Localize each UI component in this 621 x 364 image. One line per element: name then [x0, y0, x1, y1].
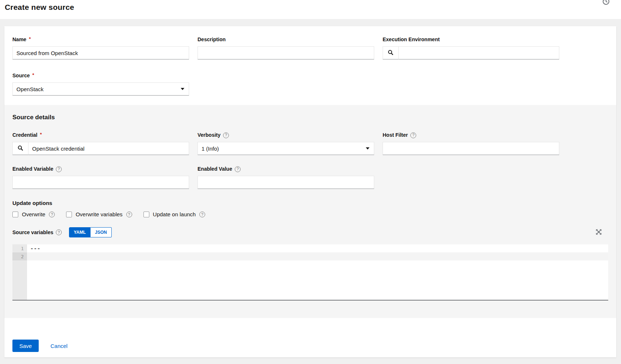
required-asterisk: * [32, 72, 34, 78]
credential-field-group: Credential * [12, 132, 189, 155]
save-button[interactable]: Save [12, 340, 39, 352]
overwrite-checkbox-label: Overwrite [22, 211, 45, 217]
overwrite-checkbox-item: Overwrite ? [12, 211, 55, 217]
history-icon [602, 1, 610, 7]
host-filter-label: Host Filter [383, 132, 408, 138]
editor-line-active: 2 [12, 252, 608, 260]
execution-environment-label: Execution Environment [383, 36, 440, 43]
source-label: Source [12, 73, 30, 79]
enabled-variable-label: Enabled Variable [12, 166, 53, 172]
json-toggle-button[interactable]: JSON [91, 227, 112, 237]
description-label: Description [198, 36, 226, 43]
source-field-group: Source * OpenStack [12, 73, 189, 96]
update-options-label: Update options [12, 200, 608, 206]
search-icon [18, 145, 23, 152]
question-circle-icon[interactable]: ? [49, 212, 55, 217]
verbosity-field-group: Verbosity ? 1 (Info) [198, 132, 374, 155]
yaml-toggle-button[interactable]: YAML [69, 227, 91, 237]
source-variables-editor[interactable]: 1 --- 2 [12, 244, 608, 301]
credential-input[interactable] [28, 142, 189, 155]
cancel-button[interactable]: Cancel [50, 340, 68, 352]
page-title: Create new source [5, 3, 621, 12]
editor-blank-content[interactable] [27, 260, 608, 300]
content-area: Name * Description Execution Environment [0, 19, 621, 364]
editor-empty-area [12, 260, 608, 300]
question-circle-icon[interactable]: ? [199, 212, 205, 217]
name-input[interactable] [12, 46, 189, 59]
credential-label: Credential [12, 132, 37, 138]
overwrite-checkbox[interactable] [12, 212, 18, 217]
verbosity-select[interactable]: 1 (Info) [198, 142, 374, 155]
enabled-value-field-group: Enabled Value ? [198, 166, 374, 189]
overwrite-variables-checkbox-item: Overwrite variables ? [66, 211, 132, 217]
source-variables-row: Source variables ? YAML JSON [12, 227, 608, 238]
execution-environment-field-group: Execution Environment [383, 36, 559, 59]
source-select-value: OpenStack [16, 86, 43, 92]
required-asterisk: * [40, 131, 42, 138]
question-circle-icon[interactable]: ? [410, 132, 416, 138]
enabled-variable-field-group: Enabled Variable ? [12, 166, 189, 189]
page-header: Create new source [0, 0, 621, 19]
editor-gutter [12, 260, 27, 300]
enabled-value-input[interactable] [198, 176, 374, 189]
name-field-group: Name * [12, 36, 189, 59]
source-select[interactable]: OpenStack [12, 82, 189, 96]
update-options-row: Overwrite ? Overwrite variables ? Update… [12, 211, 608, 217]
search-icon [388, 50, 394, 57]
question-circle-icon[interactable]: ? [223, 132, 229, 138]
execution-environment-input[interactable] [399, 46, 559, 59]
enabled-value-label: Enabled Value [198, 166, 232, 172]
name-label: Name [12, 36, 26, 43]
editor-line-content[interactable] [27, 252, 608, 260]
caret-down-icon [181, 88, 184, 90]
question-circle-icon[interactable]: ? [126, 212, 132, 217]
history-button[interactable] [602, 0, 610, 5]
create-source-card: Name * Description Execution Environment [4, 26, 616, 357]
form-top-section: Name * Description Execution Environment [4, 26, 616, 105]
caret-down-icon [366, 147, 369, 150]
required-asterisk: * [29, 36, 31, 42]
source-details-section: Source details Credential * [4, 105, 616, 318]
variables-mode-toggle: YAML JSON [69, 227, 112, 237]
execution-environment-search-button[interactable] [383, 46, 399, 59]
question-circle-icon[interactable]: ? [56, 229, 62, 235]
overwrite-variables-checkbox[interactable] [66, 212, 72, 217]
update-on-launch-checkbox-item: Update on launch ? [143, 211, 206, 217]
verbosity-select-value: 1 (Info) [202, 146, 219, 152]
verbosity-label: Verbosity [198, 132, 221, 138]
description-field-group: Description [198, 36, 374, 59]
question-circle-icon[interactable]: ? [56, 166, 62, 172]
host-filter-field-group: Host Filter ? [383, 132, 559, 155]
expand-editor-button[interactable] [595, 229, 602, 236]
description-input[interactable] [198, 46, 374, 59]
editor-line-number: 2 [12, 252, 27, 260]
source-variables-label: Source variables [12, 229, 53, 236]
editor-line: 1 --- [12, 244, 608, 252]
update-on-launch-checkbox[interactable] [143, 212, 149, 217]
enabled-variable-input[interactable] [12, 176, 189, 189]
expand-icon [595, 231, 602, 236]
host-filter-input[interactable] [383, 142, 559, 155]
editor-line-content[interactable]: --- [27, 244, 608, 252]
source-details-title: Source details [12, 114, 608, 121]
form-actions: Save Cancel [4, 318, 616, 357]
overwrite-variables-checkbox-label: Overwrite variables [76, 211, 122, 217]
question-circle-icon[interactable]: ? [235, 166, 241, 172]
editor-line-number: 1 [12, 244, 27, 252]
credential-search-button[interactable] [12, 142, 28, 155]
update-on-launch-checkbox-label: Update on launch [153, 211, 196, 217]
